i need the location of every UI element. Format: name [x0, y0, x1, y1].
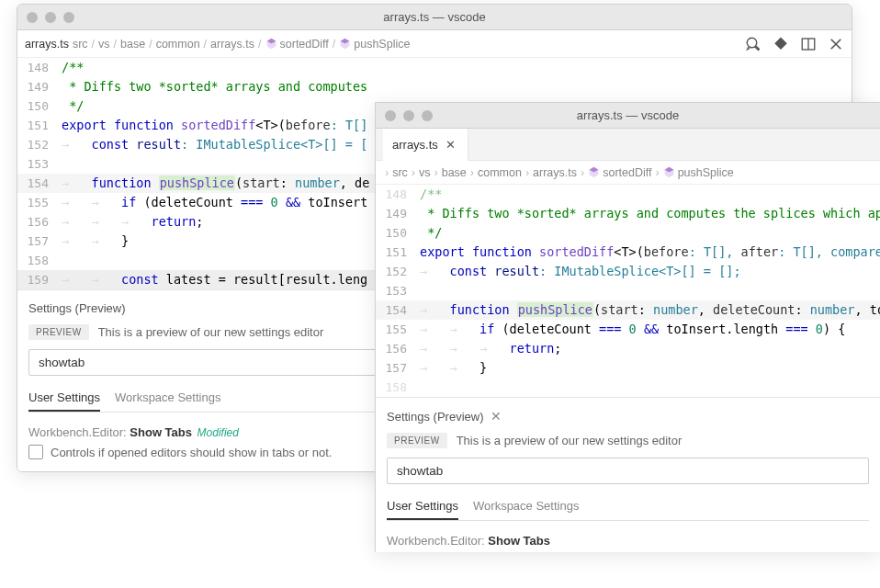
line-number: 150 — [376, 223, 420, 243]
line-number: 156 — [376, 339, 420, 358]
find-history-icon[interactable] — [745, 36, 762, 52]
editor-tab[interactable]: arrays.ts ✕ — [383, 129, 468, 161]
settings-close-icon[interactable]: ✕ — [491, 409, 502, 424]
close-icon[interactable] — [828, 36, 844, 52]
split-editor-icon[interactable] — [800, 36, 817, 52]
code-editor[interactable]: 148/** 149 * Diffs two *sorted* arrays a… — [376, 185, 880, 397]
preview-badge: PREVIEW — [387, 433, 447, 448]
line-number: 152 — [376, 262, 420, 281]
settings-search-input[interactable] — [387, 458, 869, 484]
breadcrumb-seg[interactable]: common — [478, 166, 522, 179]
titlebar[interactable]: arrays.ts — vscode — [376, 103, 880, 129]
line-number: 157 — [17, 232, 62, 251]
line-number: 152 — [17, 135, 62, 154]
traffic-lights[interactable] — [27, 12, 74, 23]
tab-workspace-settings[interactable]: Workspace Settings — [473, 493, 579, 520]
tab-user-settings[interactable]: User Settings — [28, 385, 100, 412]
breadcrumb-symbol[interactable]: pushSplice — [339, 38, 410, 51]
setting-item: Workbench.Editor: Show Tabs Controls if … — [387, 534, 869, 552]
minimize-dot[interactable] — [45, 12, 56, 23]
preview-desc: This is a preview of our new settings ed… — [98, 325, 324, 339]
source-control-icon[interactable] — [773, 36, 789, 52]
method-icon — [339, 38, 351, 50]
line-number: 149 — [17, 77, 62, 96]
editor-actions — [745, 36, 844, 52]
breadcrumb-symbol[interactable]: pushSplice — [663, 166, 734, 179]
breadcrumb-seg[interactable]: arrays.ts — [533, 166, 577, 179]
breadcrumb-seg[interactable]: base — [442, 166, 467, 179]
method-icon — [663, 166, 675, 178]
breadcrumb[interactable]: › src› vs› base› common› arrays.ts› sort… — [376, 161, 880, 185]
line-number: 150 — [17, 96, 62, 116]
line-number: 156 — [17, 212, 62, 232]
modified-badge: Modified — [197, 426, 239, 439]
line-number: 149 — [376, 204, 420, 223]
preview-badge: PREVIEW — [28, 324, 89, 340]
breadcrumb-seg[interactable]: common — [156, 38, 200, 51]
minimize-dot[interactable] — [403, 110, 414, 121]
line-number: 158 — [17, 251, 62, 270]
breadcrumb-seg[interactable]: vs — [98, 38, 110, 51]
preview-desc: This is a preview of our new settings ed… — [457, 434, 683, 447]
breadcrumb-symbol[interactable]: sortedDiff — [588, 166, 651, 179]
setting-key-prefix: Workbench.Editor: — [28, 425, 127, 439]
line-number: 148 — [17, 58, 62, 77]
breadcrumb-seg[interactable]: arrays.ts — [210, 38, 254, 51]
line-number: 155 — [17, 193, 62, 212]
settings-tabs: User Settings Workspace Settings — [387, 493, 869, 521]
setting-checkbox[interactable] — [28, 445, 43, 459]
breadcrumb-seg[interactable]: base — [120, 38, 145, 51]
window-with-tabs: arrays.ts — vscode arrays.ts ✕ › src› vs… — [375, 102, 880, 552]
close-dot[interactable] — [27, 12, 38, 23]
close-dot[interactable] — [385, 110, 396, 121]
method-icon — [588, 166, 600, 178]
traffic-lights[interactable] — [385, 110, 433, 121]
breadcrumb-file[interactable]: arrays.ts — [25, 38, 69, 51]
setting-key-name: Show Tabs — [130, 425, 192, 439]
tab-label: arrays.ts — [392, 138, 438, 152]
window-title: arrays.ts — vscode — [376, 108, 880, 122]
titlebar[interactable]: arrays.ts — vscode — [17, 5, 852, 30]
zoom-dot[interactable] — [422, 110, 433, 121]
settings-title: Settings (Preview) — [387, 410, 483, 424]
line-number: 155 — [376, 320, 420, 339]
tab-user-settings[interactable]: User Settings — [387, 493, 458, 520]
window-title: arrays.ts — vscode — [17, 10, 852, 24]
zoom-dot[interactable] — [63, 12, 74, 23]
line-number: 154 — [376, 300, 420, 320]
breadcrumb-seg[interactable]: src — [392, 166, 408, 179]
line-number: 151 — [17, 116, 62, 135]
settings-panel: Settings (Preview) ✕ PREVIEW This is a p… — [376, 397, 880, 552]
setting-description: Controls if opened editors should show i… — [51, 446, 332, 459]
tab-workspace-settings[interactable]: Workspace Settings — [115, 385, 220, 412]
breadcrumb-seg[interactable]: vs — [419, 166, 431, 179]
method-icon — [265, 38, 277, 50]
editor-header-no-tabs: arrays.ts src/ vs/ base/ common/ arrays.… — [17, 30, 852, 58]
setting-key-prefix: Workbench.Editor: — [387, 534, 485, 548]
breadcrumb-symbol[interactable]: sortedDiff — [265, 38, 329, 51]
tab-bar[interactable]: arrays.ts ✕ — [376, 129, 880, 161]
line-number: 148 — [376, 185, 420, 204]
line-number: 157 — [376, 358, 420, 378]
line-number: 159 — [17, 270, 62, 289]
setting-key-name: Show Tabs — [488, 534, 550, 548]
line-number: 154 — [17, 174, 62, 193]
breadcrumb-seg[interactable]: src — [73, 38, 88, 51]
breadcrumb[interactable]: arrays.ts src/ vs/ base/ common/ arrays.… — [25, 32, 410, 56]
line-number: 158 — [376, 378, 420, 397]
tab-close-icon[interactable]: ✕ — [444, 137, 458, 152]
line-number: 153 — [376, 281, 420, 300]
line-number: 151 — [376, 243, 420, 262]
line-number: 153 — [17, 154, 62, 174]
